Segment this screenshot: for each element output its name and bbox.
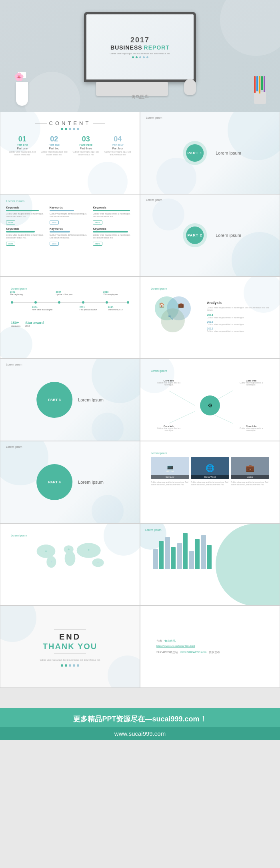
vase-body [16,82,28,106]
slide-part1: Lorem ipsum PART 1 Lorem ipsum [140,112,280,194]
part3-tag: Lorem ipsum [6,363,22,366]
slides-row-1: CONTENT 01 Part one Part one Cubitur vit… [0,112,280,194]
stat-2-label: 2014 [25,325,44,327]
part3-circle: PART 3 [36,382,72,418]
slides-row-4: Lorem ipsum PART 3 Lorem ipsum Lorem ips… [0,359,280,441]
kw-btn-4[interactable]: More [6,242,15,246]
analysis-desc: Cubitur vitae magna definci et ruxemtigu… [207,306,269,311]
keywords-inner: Lorem ipsum Keywords Cubitur vitae magna… [0,195,140,251]
slide-end: END THANK YOU Cubitur vitae magna ligul.… [0,606,140,688]
end-divider-bot [54,653,86,654]
kw-item-2: Keywords Cubitur vitae magna definci at … [50,206,91,225]
svg-point-13 [51,561,52,562]
deco-br [88,162,128,194]
kw-bar-6 [93,231,128,232]
part1-label: PART 1 [188,151,202,155]
svg-point-12 [88,549,90,551]
y2012-label: 2012 [207,327,269,330]
kw-item-3: Keywords Cubitur vitae magna definci at … [93,206,134,225]
content-title-text: CONTENT [49,120,91,126]
content-dots [8,128,132,130]
part1-tag: Lorem ipsum [146,116,162,119]
product-label-3: Laptop [231,475,269,479]
part1-subtitle-wrap: Lorem ipsum [216,151,241,155]
bar-group-4 [189,539,200,569]
part1-circles: PART 1 [179,137,211,169]
content-inner: CONTENT 01 Part one Part one Cubitur vit… [0,112,140,164]
content-item-2: 02 Part two Part two Cubitur vitae magna… [40,135,68,156]
kw-btn-2[interactable]: More [50,220,59,224]
y2012-desc: Cubitur vitae magna definci et ruxemtigu… [207,330,269,332]
product-img-3: 💼 Laptop [231,457,269,479]
product-images: 💻 Computer 🌐 Digital World 💼 Laptop [151,457,269,479]
kw-btn-3[interactable]: More [93,220,102,224]
kw-btn-1[interactable]: More [6,220,15,224]
part3-label: PART 3 [48,398,61,402]
tl-dot-5 [106,301,108,304]
kw-text-1: Cubitur vitae magna definci at ruxemtigu… [6,213,47,218]
mid-spacer [0,688,280,708]
hero-title1: BUSINESS [110,44,142,51]
footer-line2: www.sucai999.com [0,727,280,740]
tl-item-6-bot: 2015 Star award 2014 [108,306,130,311]
item2-num: 02 [40,135,68,143]
bar-1a [153,549,158,569]
analysis-title: Lorem ipsum [151,287,269,290]
slide-analysis: Lorem ipsum 🏠 💼 🔧 Analysis [140,276,280,359]
item2-desc: Cubitur vitae magna ligul. Sed dictum fi… [40,151,68,156]
timeline-stats: 150+ employees Star award 2014 [11,321,129,327]
timeline-title: Lorem ipsum [11,287,129,290]
slide-products: Lorem ipsum 💻 Computer 🌐 Digital World 💼… [140,441,280,523]
timeline-inner: Lorem ipsum 2002 The beginning [6,282,134,332]
kw-grid: Keywords Cubitur vitae magna definci at … [6,206,134,246]
tl-dot-6 [127,301,129,304]
credits-author-label: 作者 [156,640,162,642]
part4-circle: PART 4 [36,464,72,500]
slide-core: Lorem ipsum ⚙ Core Info Cubitur vitae ma… [140,359,280,441]
deco-circle-bl [24,72,80,112]
dot-2 [136,56,138,58]
pencil-blue [256,76,258,91]
monitor-screen: 2017 BUSINESS REPORT Cubitur vitae magna… [86,14,194,79]
credits-site-row: SUCAI999精选站 www.SUCAI999.com 授权发布 [156,650,264,654]
kw-label-3: Keywords [93,206,134,209]
credits-publish: 授权发布 [209,651,220,653]
kw-label-1: Keywords [6,206,47,209]
y2014-label: 2014 [207,314,269,316]
part1-subtitle: Lorem ipsum [216,151,241,155]
product-label-1: Computer [151,475,189,479]
products-inner: Lorem ipsum 💻 Computer 🌐 Digital World 💼… [146,447,274,491]
core-center-circle: ⚙ [200,395,220,415]
kw-btn-6[interactable]: More [93,242,102,246]
venn-icon-1: 🏠 [159,302,165,308]
barchart-title: Lorem ipsum [145,528,275,531]
credits-author-value: 禽鸟作品 [164,640,176,642]
part3-subtitle: Lorem ipsum [78,397,104,402]
cdot4 [73,128,75,130]
item1-title: Part one [8,147,36,150]
credits-site-label: SUCAI999精选站 [156,651,178,653]
bar-4b [195,539,200,569]
part2-label: PART 2 [188,233,202,237]
item3-part: Part three [72,143,100,146]
bar-group-5 [201,535,212,569]
credits-link[interactable]: https://www.guke.cn/temp/4031.html [156,645,264,647]
product-desc-3: Cubitur vitae magna definci at ruxemtigu… [231,481,269,486]
part2-circle-inner: PART 2 [186,226,204,244]
slide-barchart: Lorem ipsum [140,523,280,606]
item1-part: Part one [8,143,36,146]
svg-point-7 [65,551,76,566]
dot-4 [143,56,145,58]
kw-bar-1 [6,210,39,211]
part2-tag: Lorem ipsum [146,199,162,201]
kw-text-4: Cubitur vitae magna definci at ruxemtigu… [6,234,47,239]
deco-end-tl [0,606,36,642]
svg-point-10 [45,550,47,552]
part4-tag: Lorem ipsum [6,445,22,448]
products-title: Lorem ipsum [151,452,269,455]
item3-title: Part three [72,147,100,150]
barchart-inner: Lorem ipsum [140,524,280,578]
kw-btn-5[interactable]: More [50,242,59,246]
item4-title: Part four [104,147,132,150]
pencil-orange [259,76,260,93]
